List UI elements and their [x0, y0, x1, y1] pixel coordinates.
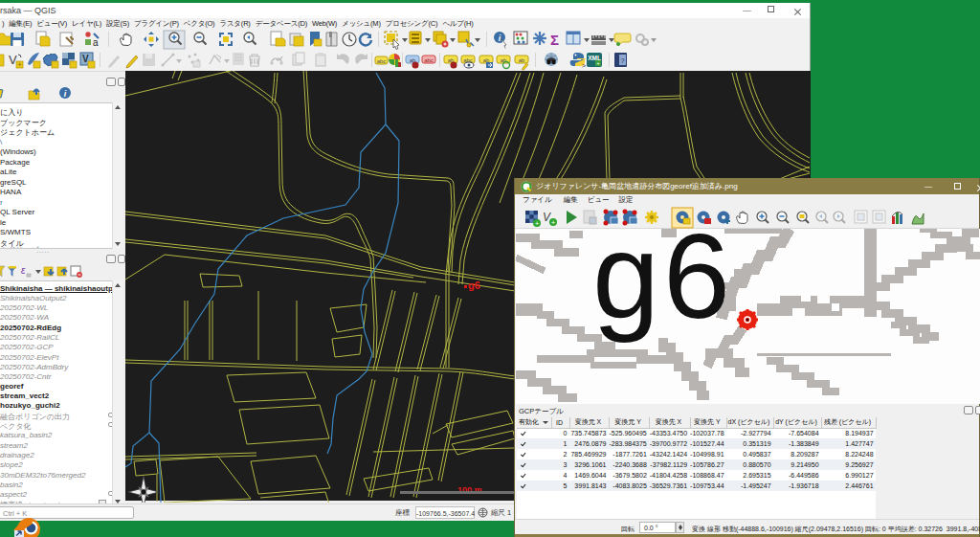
svg-text:ab: ab [483, 57, 490, 63]
svg-text:abc: abc [377, 58, 387, 64]
svg-text:g6: g6 [592, 229, 734, 344]
svg-text:V: V [9, 53, 17, 67]
svg-text:ab: ab [519, 57, 525, 63]
svg-text:+: + [17, 61, 21, 68]
svg-text:>: > [582, 62, 586, 69]
svg-text:abc: abc [424, 57, 434, 63]
svg-text:+: + [535, 219, 540, 228]
svg-text:+: + [551, 218, 556, 227]
svg-text:+: + [596, 60, 600, 66]
svg-text:g6: g6 [468, 280, 480, 291]
svg-text:?: ? [620, 56, 625, 65]
svg-text:Σ: Σ [550, 32, 559, 48]
svg-text:ε: ε [21, 265, 26, 276]
